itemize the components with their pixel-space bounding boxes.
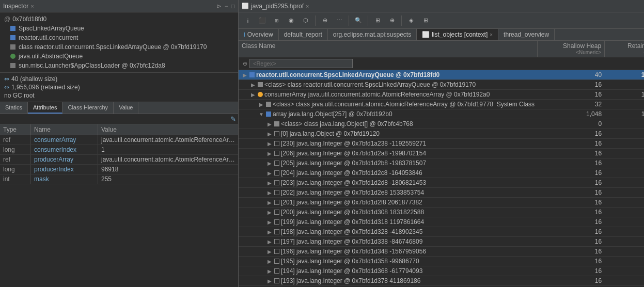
toggle-int199[interactable]: ▶ xyxy=(266,219,273,225)
tab-default-report[interactable]: default_report xyxy=(279,29,328,40)
heap-row-obj0[interactable]: ▶ [0] java.lang.Object @ 0x7bfd19120 16 … xyxy=(239,129,644,139)
heap-row-consumer-array[interactable]: ▶ consumerArray java.util.concurrent.ato… xyxy=(239,90,644,100)
heap-row-int205[interactable]: ▶ [205] java.lang.Integer @ 0x7bfd1d2b8 … xyxy=(239,158,644,168)
tree-item-spsc[interactable]: SpscLinkedArrayQueue xyxy=(0,24,238,33)
toolbar-chart-btn[interactable]: ◈ xyxy=(405,14,417,27)
toolbar-heap-btn[interactable]: ⬛ xyxy=(256,14,269,27)
toolbar-filter-btn[interactable]: ⊕ xyxy=(319,14,331,27)
toggle-class-atomic[interactable]: ▶ xyxy=(258,101,264,107)
int193-label: [193] java.lang.Integer @ 0x7bfd1d378 41… xyxy=(281,277,420,284)
col-type: Type xyxy=(0,124,31,135)
tab-attributes[interactable]: Attributes xyxy=(28,102,62,114)
toggle-int193[interactable]: ▶ xyxy=(266,278,273,284)
toggle-spsc[interactable]: ▶ xyxy=(242,72,248,78)
attr-row-consumer-array[interactable]: ref consumerArray java.util.concurrent.a… xyxy=(0,135,238,145)
heap-row-class-spsc[interactable]: ▶ <class> class reactor.util.concurrent.… xyxy=(239,80,644,90)
attr-row-mask[interactable]: int mask 255 xyxy=(0,174,238,184)
toggle-consumer-array[interactable]: ▶ xyxy=(250,91,256,98)
heap-row-int203[interactable]: ▶ [203] java.lang.Integer @ 0x7bfd1d2d8 … xyxy=(239,178,644,188)
regex-input[interactable] xyxy=(249,59,353,68)
int199-label: [199] java.lang.Integer @ 0x7bfd1d318 11… xyxy=(281,218,424,226)
toggle-int202[interactable]: ▶ xyxy=(266,189,273,196)
heap-row-int230[interactable]: ▶ [230] java.lang.Integer @ 0x7bfd1a238 … xyxy=(239,139,644,149)
toggle-array[interactable]: ▼ xyxy=(258,111,264,117)
toolbar-search-btn[interactable]: 🔍 xyxy=(352,14,365,27)
heap-tabs: i Overview default_report org.eclipse.ma… xyxy=(239,29,644,41)
heap-row-class-objarray[interactable]: ▶ <class> class java.lang.Object[] @ 0x7… xyxy=(239,119,644,129)
class-atomic-icon xyxy=(266,102,271,107)
heap-row-int202[interactable]: ▶ [202] java.lang.Integer @ 0x7bfd1d2e8 … xyxy=(239,188,644,198)
list-objects-close[interactable]: × xyxy=(490,32,493,38)
toggle-int230[interactable]: ▶ xyxy=(266,140,273,147)
int196-label: [196] java.lang.Integer @ 0x7bfd1d348 -1… xyxy=(281,248,426,255)
toolbar-chart2-btn[interactable]: ⊞ xyxy=(419,14,432,27)
tab-overview[interactable]: i Overview xyxy=(239,29,279,40)
tab-list-objects[interactable]: ⬜ list_objects [context] × xyxy=(417,29,498,40)
toggle-int205[interactable]: ▶ xyxy=(266,160,273,166)
toggle-int203[interactable]: ▶ xyxy=(266,180,273,186)
heap-row-array[interactable]: ▼ array java.lang.Object[257] @ 0x7bfd19… xyxy=(239,109,644,119)
tree-item-abstract-queue[interactable]: java.util.AbstractQueue xyxy=(0,52,238,61)
heap-row-spsc[interactable]: ▶ reactor.util.concurrent.SpscLinkedArra… xyxy=(239,70,644,80)
heap-row-int194[interactable]: ▶ [194] java.lang.Integer @ 0x7bfd1d368 … xyxy=(239,266,644,276)
toolbar-class-btn[interactable]: ⊞ xyxy=(271,14,283,27)
left-panel-minimize-icon[interactable]: − xyxy=(225,3,228,10)
heap-file-close[interactable]: × xyxy=(306,3,309,9)
tab-statics[interactable]: Statics xyxy=(0,102,28,114)
heap-row-class-atomic[interactable]: ▶ <class> class java.util.concurrent.ato… xyxy=(239,100,644,109)
toolbar-more-btn[interactable]: ⋯ xyxy=(333,14,345,27)
tab-thread-overview[interactable]: thread_overview xyxy=(498,29,555,40)
name-consumer-array: consumerArray xyxy=(31,135,98,145)
heap-row-int197[interactable]: ▶ [197] java.lang.Integer @ 0x7bfd1d338 … xyxy=(239,237,644,247)
toolbar-obj-btn[interactable]: ◉ xyxy=(285,14,297,27)
left-panel-maximize-icon[interactable]: □ xyxy=(231,3,235,10)
toggle-int201[interactable]: ▶ xyxy=(266,199,273,205)
toggle-int198[interactable]: ▶ xyxy=(266,229,273,235)
toggle-int197[interactable]: ▶ xyxy=(266,238,273,245)
tree-item-classloader[interactable]: sun.misc.Launcher$AppClassLoader @ 0x7bf… xyxy=(0,61,238,70)
heap-panel: ⬜ java_pid5295.hprof × i ⬛ ⊞ ◉ ⬡ ⊕ ⋯ 🔍 ⊞… xyxy=(239,0,644,287)
attr-row-producer-index[interactable]: long producerIndex 96918 xyxy=(0,165,238,174)
tab-suspects[interactable]: org.eclipse.mat.api:suspects xyxy=(328,29,417,40)
toggle-obj0[interactable]: ▶ xyxy=(266,131,273,137)
tree-item-reactor-util[interactable]: reactor.util.concurrent xyxy=(0,33,238,42)
inspector-header: Inspector × ⊳ − □ xyxy=(0,0,238,12)
heap-row-int201[interactable]: ▶ [201] java.lang.Integer @ 0x7bfd1d2f8 … xyxy=(239,198,644,208)
toggle-int200[interactable]: ▶ xyxy=(266,209,273,215)
overview-icon: i xyxy=(244,31,245,38)
left-panel-back-icon[interactable]: ⊳ xyxy=(216,3,222,10)
int203-icon xyxy=(274,180,279,185)
attr-edit-icon[interactable]: ✎ xyxy=(230,115,236,123)
heap-row-int195[interactable]: ▶ [195] java.lang.Integer @ 0x7bfd1d358 … xyxy=(239,257,644,266)
toggle-int206[interactable]: ▶ xyxy=(266,150,273,156)
toggle-int204[interactable]: ▶ xyxy=(266,170,273,176)
toggle-class-objarray[interactable]: ▶ xyxy=(266,121,273,127)
tree-item-address[interactable]: @ 0x7bfd18fd0 xyxy=(0,14,238,24)
toolbar-grid-btn[interactable]: ⊞ xyxy=(371,14,384,27)
tab-value[interactable]: Value xyxy=(114,102,138,114)
heap-row-int198[interactable]: ▶ [198] java.lang.Integer @ 0x7bfd1d328 … xyxy=(239,227,644,237)
toolbar-add-btn[interactable]: ⊕ xyxy=(386,14,398,27)
spsc-label: SpscLinkedArrayQueue xyxy=(19,25,84,32)
toggle-int194[interactable]: ▶ xyxy=(266,268,273,274)
toolbar-hex-btn[interactable]: ⬡ xyxy=(300,14,312,27)
attr-row-consumer-index[interactable]: long consumerIndex 1 xyxy=(0,145,238,155)
heap-row-int199[interactable]: ▶ [199] java.lang.Integer @ 0x7bfd1d318 … xyxy=(239,217,644,227)
heap-row-int200[interactable]: ▶ [200] java.lang.Integer @ 0x7bfd1d308 … xyxy=(239,208,644,217)
shallow-heap-label: Shallow Heap xyxy=(541,42,601,50)
inspector-close-icon[interactable]: × xyxy=(30,3,34,9)
toggle-int196[interactable]: ▶ xyxy=(266,248,273,254)
int194-icon xyxy=(274,268,279,274)
name-producer-array: producerArray xyxy=(31,155,98,164)
tree-item-class-reactor[interactable]: class reactor.util.concurrent.SpscLinked… xyxy=(0,42,238,52)
heap-row-int196[interactable]: ▶ [196] java.lang.Integer @ 0x7bfd1d348 … xyxy=(239,247,644,257)
toggle-class-spsc[interactable]: ▶ xyxy=(250,82,256,88)
heap-row-int193[interactable]: ▶ [193] java.lang.Integer @ 0x7bfd1d378 … xyxy=(239,276,644,286)
attr-table-header: Type Name Value xyxy=(0,124,238,135)
tab-class-hierarchy[interactable]: Class Hierarchy xyxy=(62,102,114,114)
toggle-int195[interactable]: ▶ xyxy=(266,258,273,264)
toolbar-info-btn[interactable]: i xyxy=(242,14,254,27)
attr-row-producer-array[interactable]: ref producerArray java.util.concurrent.a… xyxy=(0,155,238,165)
heap-row-int206[interactable]: ▶ [206] java.lang.Integer @ 0x7bfd1d2a8 … xyxy=(239,149,644,158)
heap-row-int204[interactable]: ▶ [204] java.lang.Integer @ 0x7bfd1d2c8 … xyxy=(239,168,644,178)
